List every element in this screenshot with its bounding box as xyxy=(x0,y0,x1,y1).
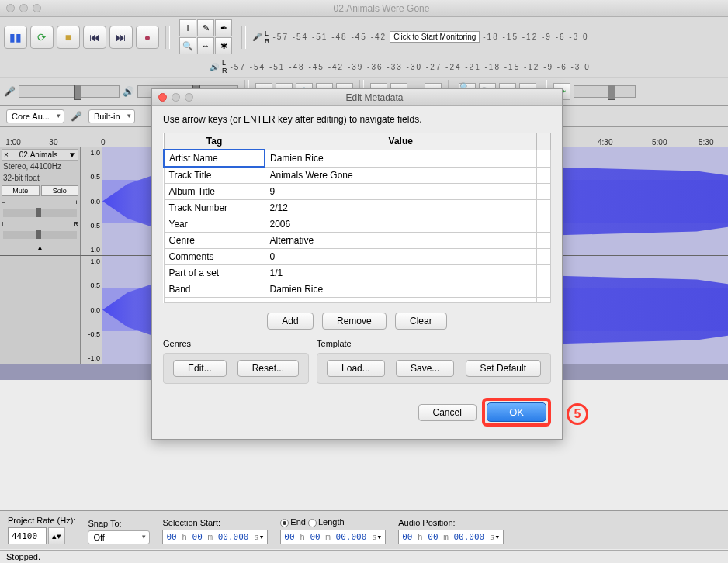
pan-slider[interactable] xyxy=(3,231,77,239)
track-header[interactable]: × 02.Animals ▼ xyxy=(2,149,78,161)
table-row[interactable]: Track Number2/12 xyxy=(164,200,551,216)
play-button[interactable]: ⟳ xyxy=(30,26,54,49)
skip-end-button[interactable]: ⏭ xyxy=(109,26,133,49)
track-menu-icon[interactable]: ▼ xyxy=(68,150,76,159)
dialog-titlebar: Edit Metadata xyxy=(152,89,562,106)
selection-tool-icon[interactable]: I xyxy=(179,19,196,36)
track-format: Stereo, 44100Hz xyxy=(2,161,78,172)
table-row[interactable]: Album Title9 xyxy=(164,184,551,200)
tag-cell[interactable]: Album Title xyxy=(164,184,265,200)
input-device-dropdown[interactable]: Built-in xyxy=(88,109,135,123)
table-row[interactable]: Artist NameDamien Rice xyxy=(164,150,551,167)
ok-button[interactable]: OK xyxy=(487,402,546,422)
value-cell[interactable]: 2006 xyxy=(265,216,537,233)
input-volume-slider[interactable] xyxy=(19,85,120,98)
timeshift-tool-icon[interactable]: ↔ xyxy=(197,37,214,54)
traffic-lights[interactable] xyxy=(6,4,41,12)
audio-position-field[interactable]: 00 h 00 m 00.000 s▾ xyxy=(398,530,504,544)
table-row[interactable]: Year2006 xyxy=(164,216,551,233)
tag-cell[interactable]: Track Number xyxy=(164,200,265,216)
save-template-button[interactable]: Save... xyxy=(396,360,454,377)
play-speed-slider[interactable] xyxy=(574,85,636,98)
recording-meter[interactable]: 🎤 LR -57 -54 -51 -48 -45 -42 Click to St… xyxy=(252,29,724,45)
mic-icon-2: 🎤 xyxy=(4,86,16,97)
edit-metadata-dialog: Edit Metadata Use arrow keys (or ENTER k… xyxy=(151,88,563,440)
mic-icon-3: 🎤 xyxy=(71,111,82,122)
playback-meter[interactable]: 🔊 LR -57 -54 -51 -48 -45 -42 -39 -36 -33… xyxy=(210,59,724,74)
dialog-close-icon[interactable] xyxy=(158,93,167,102)
meter-ticks-play: -57 -54 -51 -48 -45 -42 -39 -36 -33 -30 … xyxy=(231,63,591,71)
load-template-button[interactable]: Load... xyxy=(327,360,385,377)
table-row[interactable]: GenreAlternative xyxy=(164,233,551,249)
annotation-5: 5 xyxy=(567,403,588,425)
project-rate-label: Project Rate (Hz): xyxy=(8,516,75,525)
pan-left-label: L xyxy=(2,220,5,228)
pause-button[interactable]: ▮▮ xyxy=(4,26,27,49)
meter-ticks-left: -57 -54 -51 -48 -45 -42 xyxy=(273,33,387,41)
value-cell[interactable]: 9 xyxy=(265,184,537,200)
zoom-icon[interactable] xyxy=(33,4,41,12)
value-cell[interactable]: Damien Rice xyxy=(265,282,537,298)
solo-button[interactable]: Solo xyxy=(41,185,79,196)
lr-label: LR xyxy=(265,29,270,45)
value-cell[interactable]: 0 xyxy=(265,249,537,265)
mute-button[interactable]: Mute xyxy=(2,185,40,196)
end-length-toggle[interactable]: End Length xyxy=(280,517,386,527)
monitor-prompt[interactable]: Click to Start Monitoring xyxy=(390,31,480,43)
clear-button[interactable]: Clear xyxy=(395,313,447,330)
track-close-icon[interactable]: × xyxy=(4,150,9,159)
tag-cell[interactable]: Part of a set xyxy=(164,265,265,282)
status-bar: Stopped. xyxy=(0,550,728,563)
value-cell[interactable]: 1/1 xyxy=(265,265,537,282)
dialog-zoom-icon xyxy=(185,93,193,102)
selection-start-field[interactable]: 00 h 00 m 00.000 s▾ xyxy=(162,530,268,544)
tag-cell[interactable]: Comments xyxy=(164,249,265,265)
speaker-icon-2: 🔊 xyxy=(123,86,134,97)
cancel-button[interactable]: Cancel xyxy=(418,404,477,421)
edit-genres-button[interactable]: Edit... xyxy=(173,360,227,377)
value-cell[interactable]: Animals Were Gone xyxy=(265,167,537,184)
tag-cell[interactable]: Year xyxy=(164,216,265,233)
track-vscale-right: 1.0 0.5 0.0 -0.5 -1.0 xyxy=(81,256,102,364)
gain-minus: − xyxy=(2,199,5,206)
reset-genres-button[interactable]: Reset... xyxy=(237,360,299,377)
table-row[interactable]: Comments0 xyxy=(164,249,551,265)
host-dropdown[interactable]: Core Au... xyxy=(6,109,64,123)
record-button[interactable]: ● xyxy=(136,26,159,49)
draw-tool-icon[interactable]: ✒ xyxy=(215,19,232,36)
track-name: 02.Animals xyxy=(19,150,57,159)
project-rate-field[interactable] xyxy=(8,527,47,544)
snap-to-dropdown[interactable]: Off xyxy=(88,530,150,544)
value-cell[interactable]: 2/12 xyxy=(265,200,537,216)
mic-icon: 🎤 xyxy=(252,33,262,41)
ruler-tick: -30 xyxy=(47,138,57,147)
remove-button[interactable]: Remove xyxy=(322,313,387,330)
envelope-tool-icon[interactable]: ✎ xyxy=(197,19,214,36)
rate-stepper-icon[interactable]: ▴▾ xyxy=(48,527,65,544)
tag-cell[interactable]: Band xyxy=(164,282,265,298)
skip-start-button[interactable]: ⏮ xyxy=(83,26,106,49)
table-row[interactable]: Track TitleAnimals Were Gone xyxy=(164,167,551,184)
ruler-tick: 5:30 xyxy=(699,138,713,147)
track-depth: 32-bit float xyxy=(2,172,78,184)
speaker-icon: 🔊 xyxy=(210,63,219,71)
tag-cell[interactable]: Genre xyxy=(164,233,265,249)
tag-cell[interactable]: Artist Name xyxy=(164,150,265,167)
tag-cell[interactable]: Track Title xyxy=(164,167,265,184)
table-row[interactable]: Part of a set1/1 xyxy=(164,265,551,282)
minimize-icon[interactable] xyxy=(19,4,28,12)
close-icon[interactable] xyxy=(6,4,15,12)
table-actions: Add Remove Clear xyxy=(163,313,551,330)
gain-slider[interactable] xyxy=(3,209,77,217)
zoom-tool-icon[interactable]: 🔍 xyxy=(179,37,196,54)
stop-button[interactable]: ■ xyxy=(57,26,80,49)
track-vscale-left: 1.0 0.5 0.0 -0.5 -1.0 xyxy=(81,147,102,255)
table-row[interactable]: BandDamien Rice xyxy=(164,282,551,298)
value-cell[interactable]: Alternative xyxy=(265,233,537,249)
set-default-button[interactable]: Set Default xyxy=(466,360,541,377)
multi-tool-icon[interactable]: ✱ xyxy=(215,37,232,54)
collapse-icon[interactable]: ▲ xyxy=(2,244,78,252)
selection-end-field[interactable]: 00 h 00 m 00.000 s▾ xyxy=(280,530,386,544)
value-cell[interactable]: Damien Rice xyxy=(265,150,537,167)
add-button[interactable]: Add xyxy=(267,313,313,330)
